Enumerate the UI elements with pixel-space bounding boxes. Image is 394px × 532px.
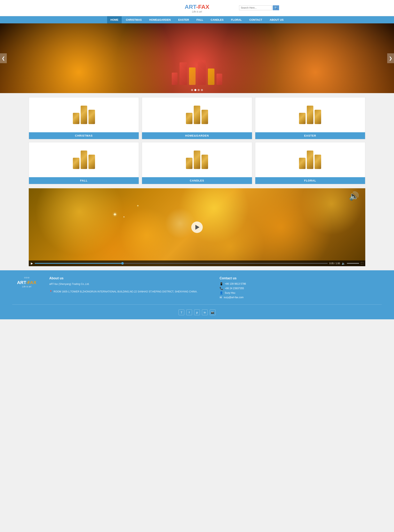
category-label-fall: FALL — [29, 177, 139, 184]
search-button[interactable]: 🔍 — [273, 5, 279, 10]
video-player[interactable]: ✦ ✦ ✦ 🔊 ▶ 0:05 / 1:00 🔈 ⛶ — [29, 188, 365, 266]
footer-logo-tagline: Life is art — [12, 285, 41, 288]
fullscreen-button[interactable]: ⛶ — [361, 262, 363, 265]
category-label-floral: FLORAL — [255, 177, 365, 184]
search-area: 🔍 — [239, 5, 279, 10]
category-card-floral[interactable]: FLORAL — [255, 142, 365, 184]
video-progress-thumb — [121, 262, 124, 265]
slider-dot-1[interactable] — [191, 89, 193, 91]
footer-email[interactable]: suzy@art-fax.com — [224, 296, 244, 299]
slider-next-button[interactable]: ❯ — [387, 53, 394, 63]
person-icon: 👤 — [220, 291, 223, 295]
nav-about[interactable]: ABOUT US — [266, 16, 287, 23]
nav-floral[interactable]: FLORAL — [228, 16, 245, 23]
phone-icon-1: 📱 — [220, 282, 223, 286]
phone-icon-2: 📞 — [220, 287, 223, 290]
footer-logo-art: ART — [17, 280, 26, 285]
slider-dot-2[interactable] — [194, 89, 196, 91]
slider-dot-4[interactable] — [201, 89, 203, 91]
footer-contact: Contact us 📱 +86 139 9813 5786 📞 +86 24 … — [220, 276, 382, 300]
footer-contact-title: Contact us — [220, 276, 382, 280]
category-section: CHRISTMAS HOME&GARDEN EASTER — [0, 93, 394, 188]
nav-candles[interactable]: CANDLES — [207, 16, 227, 23]
category-image-easter — [255, 97, 365, 132]
footer-phone1: +86 139 9813 5786 — [225, 282, 246, 285]
footer-phone2: +86 24 23937355 — [225, 287, 244, 290]
nav-fall[interactable]: FALL — [193, 16, 207, 23]
social-linkedin[interactable]: in — [202, 309, 208, 315]
social-pinterest[interactable]: 𝕡 — [194, 309, 200, 315]
category-image-fall — [29, 142, 139, 177]
footer-about-title: About us — [49, 276, 211, 280]
nav-home-garden[interactable]: HOME&GARDEN — [146, 16, 174, 23]
category-image-floral — [255, 142, 365, 177]
email-icon: ✉ — [220, 296, 222, 299]
nav-home[interactable]: HOME — [107, 16, 122, 23]
video-time: 0:05 / 1:00 — [329, 262, 340, 265]
social-twitter[interactable]: 𝕋 — [179, 309, 184, 315]
category-card-easter[interactable]: EASTER — [255, 97, 365, 139]
slider-dots — [191, 89, 203, 91]
footer-phone1-item: 📱 +86 139 9813 5786 — [220, 282, 382, 286]
video-section: ✦ ✦ ✦ 🔊 ▶ 0:05 / 1:00 🔈 ⛶ — [0, 188, 394, 270]
site-footer: ❊❊❊ ART-FAX Life is art About us aRT-fax… — [0, 270, 394, 319]
category-image-home-garden — [142, 97, 252, 132]
video-play-button[interactable] — [191, 221, 203, 233]
nav-contact[interactable]: CONTACT — [246, 16, 265, 23]
footer-logo: ❊❊❊ ART-FAX Life is art — [12, 276, 41, 288]
social-instagram[interactable]: 📷 — [210, 309, 215, 315]
footer-social: 𝕋 f 𝕡 in 📷 — [12, 305, 382, 315]
category-label-home-garden: HOME&GARDEN — [142, 132, 252, 139]
category-label-christmas: CHRISTMAS — [29, 132, 139, 139]
footer-company-name: aRT-fax (Shenyang) Trading Co.,Ltd. — [49, 282, 211, 286]
logo-art: ART — [185, 4, 196, 10]
category-card-home-garden[interactable]: HOME&GARDEN — [142, 97, 252, 139]
search-input[interactable] — [239, 5, 272, 10]
category-card-candles[interactable]: CANDLES — [142, 142, 252, 184]
category-card-christmas[interactable]: CHRISTMAS — [29, 97, 139, 139]
footer-person-item: 👤 Suzy Hsu — [220, 291, 382, 295]
footer-email-item: ✉ suzy@art-fax.com — [220, 296, 382, 299]
slider-dot-3[interactable] — [198, 89, 200, 91]
slider-prev-button[interactable]: ❮ — [0, 53, 7, 63]
social-icons-group: 𝕋 f 𝕡 in 📷 — [12, 309, 382, 315]
footer-phone2-item: 📞 +86 24 23937355 — [220, 287, 382, 290]
logo-tagline: Life is art — [185, 10, 209, 13]
nav-easter[interactable]: EASTER — [175, 16, 192, 23]
category-grid: CHRISTMAS HOME&GARDEN EASTER — [29, 97, 365, 184]
logo-fax: FAX — [198, 4, 209, 10]
category-image-christmas — [29, 97, 139, 132]
footer-about: About us aRT-fax (Shenyang) Trading Co.,… — [49, 276, 211, 294]
social-facebook[interactable]: f — [186, 309, 192, 315]
main-nav: HOME CHRISTMAS HOME&GARDEN EASTER FALL C… — [0, 16, 394, 23]
hero-slider: ❮ ❯ — [0, 23, 394, 93]
footer-content: ❊❊❊ ART-FAX Life is art About us aRT-fax… — [12, 276, 382, 305]
category-card-fall[interactable]: FALL — [29, 142, 139, 184]
volume-bar[interactable] — [347, 263, 359, 264]
footer-address: 📍ROOM 1605-1,TOWER B,ZHONGRUN INTERNATIO… — [49, 290, 211, 294]
video-logo-overlay: 🔊 — [349, 191, 359, 201]
site-logo[interactable]: ART-FAX Life is art — [185, 4, 209, 13]
volume-icon[interactable]: 🔈 — [342, 262, 345, 265]
play-icon — [195, 225, 199, 230]
nav-christmas[interactable]: CHRISTMAS — [123, 16, 145, 23]
category-label-candles: CANDLES — [142, 177, 252, 184]
footer-person: Suzy Hsu — [225, 292, 235, 294]
play-pause-button[interactable]: ▶ — [31, 262, 33, 265]
category-image-candles — [142, 142, 252, 177]
video-progress-bar[interactable] — [35, 263, 328, 264]
video-controls: ▶ 0:05 / 1:00 🔈 ⛶ — [29, 261, 365, 266]
video-progress-fill — [35, 263, 123, 264]
category-label-easter: EASTER — [255, 132, 365, 139]
